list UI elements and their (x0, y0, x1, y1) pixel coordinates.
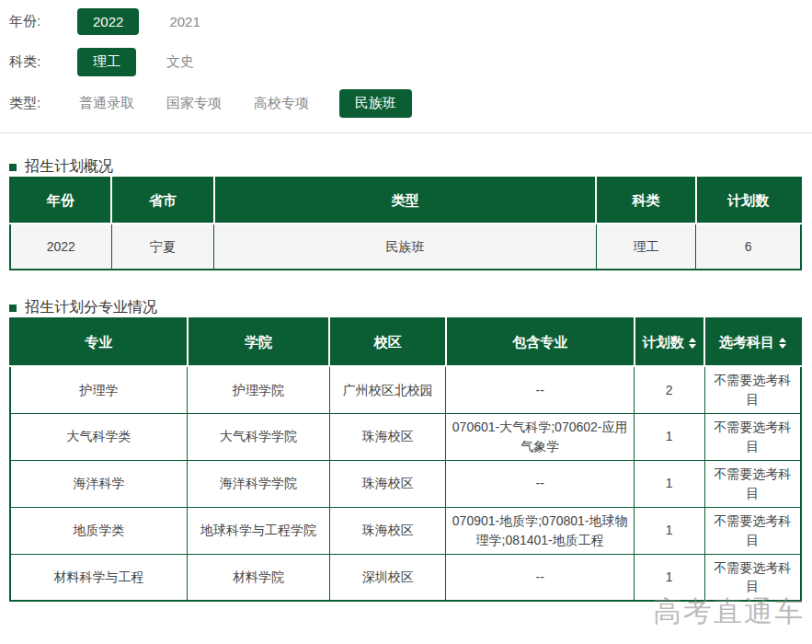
cell-campus: 珠海校区 (329, 460, 445, 507)
square-bullet-icon (9, 164, 17, 171)
cell-plan-count: 1 (635, 460, 705, 507)
cell-campus: 深圳校区 (329, 554, 445, 601)
overview-table: 年份 省市 类型 科类 计划数 2022 宁夏 民族班 理工 6 (9, 177, 802, 270)
majors-table-header-row: 专业 学院 校区 包含专业 计划数 选考科目 (10, 318, 801, 366)
filter-option-type-university[interactable]: 高校专项 (252, 89, 311, 118)
filter-option-type-minority[interactable]: 民族班 (339, 89, 412, 118)
cell-major: 材料科学与工程 (10, 554, 188, 601)
table-row: 大气科学类 大气科学学院 珠海校区 070601-大气科学;070602-应用气… (10, 413, 801, 460)
cell-college: 护理学院 (188, 366, 330, 413)
filter-options-type: 普通录取 国家专项 高校专项 民族班 (77, 89, 412, 118)
cell-exam-subjects: 不需要选考科目 (704, 460, 801, 507)
cell-exam-subjects: 不需要选考科目 (704, 554, 801, 601)
cell-campus: 广州校区北校园 (329, 366, 445, 413)
filter-options-subject: 理工 文史 (77, 48, 196, 76)
majors-header-exam-subjects-label: 选考科目 (719, 334, 774, 350)
filter-option-year-2022[interactable]: 2022 (77, 8, 139, 35)
filter-option-subject-arts[interactable]: 文史 (165, 48, 196, 76)
filter-row-type: 类型: 普通录取 国家专项 高校专项 民族班 (9, 89, 812, 118)
overview-table-header-row: 年份 省市 类型 科类 计划数 (10, 178, 801, 224)
majors-header-exam-subjects-sortable[interactable]: 选考科目 (704, 318, 801, 366)
section-title-overview-text: 招生计划概况 (25, 157, 113, 177)
majors-header-campus: 校区 (329, 318, 445, 366)
majors-header-included-majors: 包含专业 (446, 318, 635, 366)
horizontal-divider (0, 132, 812, 133)
overview-header-type: 类型 (214, 178, 596, 224)
cell-major: 护理学 (10, 366, 188, 413)
overview-cell-subject: 理工 (596, 224, 695, 270)
filter-option-type-regular[interactable]: 普通录取 (77, 89, 136, 118)
cell-college: 材料学院 (188, 554, 330, 601)
table-row: 海洋科学 海洋科学学院 珠海校区 -- 1 不需要选考科目 (10, 460, 801, 507)
filter-label-type: 类型: (9, 95, 53, 112)
cell-included-majors: -- (446, 366, 635, 413)
filter-row-subject: 科类: 理工 文史 (9, 48, 812, 76)
filter-label-subject: 科类: (9, 53, 53, 71)
cell-plan-count: 2 (635, 366, 705, 413)
cell-college: 大气科学学院 (188, 413, 330, 460)
filter-option-subject-science[interactable]: 理工 (77, 48, 136, 76)
sort-icon[interactable] (689, 338, 696, 349)
overview-header-year: 年份 (10, 178, 111, 224)
overview-table-row: 2022 宁夏 民族班 理工 6 (10, 224, 801, 270)
cell-major: 地质学类 (10, 507, 188, 554)
cell-major: 大气科学类 (10, 413, 188, 460)
cell-included-majors: -- (446, 460, 635, 507)
table-row: 材料科学与工程 材料学院 深圳校区 -- 1 不需要选考科目 (10, 554, 801, 601)
overview-header-subject: 科类 (596, 178, 695, 224)
cell-college: 地球科学与工程学院 (188, 507, 330, 554)
overview-cell-year: 2022 (10, 224, 111, 270)
majors-table: 专业 学院 校区 包含专业 计划数 选考科目 护理学 护理学院 广州校区北校园 … (9, 317, 802, 602)
filter-option-year-2021[interactable]: 2021 (167, 8, 201, 35)
cell-plan-count: 1 (635, 507, 705, 554)
sort-icon[interactable] (779, 338, 786, 349)
majors-header-plan-count-label: 计划数 (643, 334, 684, 350)
overview-header-plan-count: 计划数 (696, 178, 801, 224)
cell-included-majors: 070901-地质学;070801-地球物理学;081401-地质工程 (446, 507, 635, 554)
section-title-majors: 招生计划分专业情况 (9, 298, 812, 317)
filter-options-year: 2022 2021 (77, 8, 202, 35)
overview-cell-province: 宁夏 (111, 224, 214, 270)
majors-header-major: 专业 (10, 318, 188, 366)
cell-plan-count: 1 (635, 554, 705, 601)
cell-major: 海洋科学 (10, 460, 188, 507)
majors-header-plan-count-sortable[interactable]: 计划数 (635, 318, 705, 366)
square-bullet-icon (9, 305, 17, 312)
filter-label-year: 年份: (9, 13, 53, 30)
overview-header-province: 省市 (111, 178, 214, 224)
table-row: 护理学 护理学院 广州校区北校园 -- 2 不需要选考科目 (10, 366, 801, 413)
section-title-overview: 招生计划概况 (9, 157, 812, 177)
cell-exam-subjects: 不需要选考科目 (704, 366, 801, 413)
cell-included-majors: -- (446, 554, 635, 601)
cell-plan-count: 1 (635, 413, 705, 460)
section-title-majors-text: 招生计划分专业情况 (25, 298, 157, 317)
overview-cell-plan-count: 6 (696, 224, 801, 270)
cell-college: 海洋科学学院 (188, 460, 330, 507)
cell-campus: 珠海校区 (329, 413, 445, 460)
cell-campus: 珠海校区 (329, 507, 445, 554)
overview-cell-type: 民族班 (214, 224, 596, 270)
filter-option-type-national[interactable]: 国家专项 (165, 89, 223, 118)
cell-exam-subjects: 不需要选考科目 (704, 413, 801, 460)
majors-header-college: 学院 (188, 318, 330, 366)
table-row: 地质学类 地球科学与工程学院 珠海校区 070901-地质学;070801-地球… (10, 507, 801, 554)
filters-panel: 年份: 2022 2021 科类: 理工 文史 类型: 普通录取 国家专项 高校… (0, 0, 812, 118)
filter-row-year: 年份: 2022 2021 (9, 7, 812, 35)
cell-exam-subjects: 不需要选考科目 (704, 507, 801, 554)
cell-included-majors: 070601-大气科学;070602-应用气象学 (446, 413, 635, 460)
